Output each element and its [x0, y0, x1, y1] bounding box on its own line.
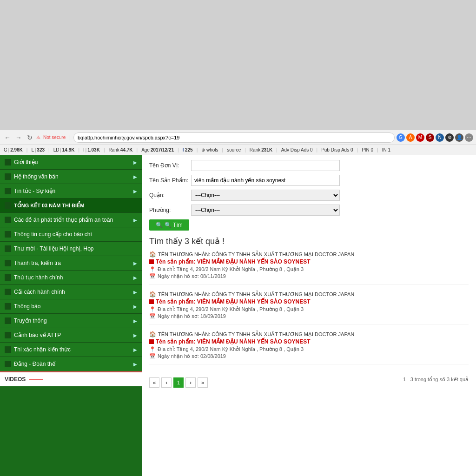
product-text: Tên sản phẩm: VIÊN MẦM ĐẬU NÀNH YẾN SÀO …	[156, 258, 310, 265]
date-3: 📅 Ngày nhận hồ sơ: 02/08/2019	[149, 353, 469, 359]
user-icon[interactable]: 👤	[455, 133, 463, 142]
sidebar-item-thong-tin[interactable]: Thông tin cung cấp cho báo chí	[0, 227, 142, 242]
chevron-right-icon: ▶	[133, 347, 137, 352]
toolbar-fb[interactable]: f 225	[182, 147, 194, 153]
toolbar-g[interactable]: G | 2.96K	[3, 147, 24, 153]
majestic-icon[interactable]: M	[416, 133, 424, 142]
don-vi-row: Tên Đơn Vị:	[149, 160, 469, 171]
last-page-button[interactable]: »	[198, 377, 208, 388]
alexa-icon[interactable]: A	[406, 133, 415, 142]
prev-page-button[interactable]: ‹	[161, 377, 172, 388]
ext2-icon[interactable]: N	[436, 133, 444, 142]
sidebar-label: Thông tin cung cấp cho báo chí	[14, 231, 137, 238]
toolbar-rank[interactable]: Rank 44.7K	[107, 147, 133, 153]
toolbar-bar: G | 2.96K | L | 323 | LD | 14.9K | I | 1…	[0, 145, 476, 155]
date-text: Ngày nhận hồ sơ: 08/11/2019	[158, 273, 226, 279]
calendar-icon: 📅	[149, 273, 156, 279]
sidebar-item-thu-moi[interactable]: Thư mời - Tài liệu Hội nghị, Họp	[0, 242, 142, 256]
phuong-label: Phường:	[149, 207, 191, 213]
sidebar-label: TỔNG KẾT 03 NĂM THÍ ĐIỂM	[14, 203, 137, 209]
calendar-icon: 📅	[149, 353, 156, 359]
don-vi-label: Tên Đơn Vị:	[149, 162, 191, 169]
merchant-text: TÊN THƯƠNG NHÂN: CÔNG TY TNHH SẢN XUẤT T…	[158, 331, 354, 337]
ext-icon[interactable]: S	[426, 133, 434, 142]
videos-label: VIDEOS	[5, 376, 26, 383]
sidebar: Giới thiệu ▶ Hệ thống văn bản ▶ Tin tức …	[0, 155, 142, 476]
chevron-right-icon: ▶	[133, 333, 137, 338]
toolbar-pub[interactable]: Pub Disp Ads 0	[320, 147, 354, 153]
sidebar-item-dang[interactable]: Đảng - Đoàn thể ▶	[0, 357, 142, 371]
menu-icon	[5, 173, 11, 180]
pagination-row: « ‹ 1 › » 1 - 3 trong tổng số 3 kết quả	[149, 371, 469, 388]
sidebar-item-tin-tuc[interactable]: Tin tức - Sự kiện ▶	[0, 184, 142, 198]
toolbar-in[interactable]: IN 1	[381, 147, 391, 153]
toolbar-ld[interactable]: LD | 14.9K	[53, 147, 76, 153]
sidebar-item-tong-ket[interactable]: TỔNG KẾT 03 NĂM THÍ ĐIỂM	[0, 198, 142, 213]
sidebar-label: Các đề án phát triển thực phẩm an toàn	[14, 217, 133, 223]
menu-icon	[5, 260, 11, 266]
first-page-button[interactable]: «	[149, 377, 159, 388]
toolbar-age[interactable]: Age 2017/12/21	[140, 147, 175, 153]
sidebar-item-thu-tuc[interactable]: Thủ tục hành chính ▶	[0, 271, 142, 285]
sidebar-item-truyen-thong[interactable]: Truyền thông ▶	[0, 314, 142, 328]
sidebar-item-cai-cach[interactable]: Cải cách hành chính ▶	[0, 285, 142, 299]
menu-icon	[5, 245, 11, 252]
chevron-right-icon: ▶	[133, 275, 137, 280]
phuong-select[interactable]: ---Chọn---	[191, 205, 340, 216]
refresh-button[interactable]: ↻	[25, 133, 34, 142]
address-3: 📍 Địa chỉ: Tầng 4, 290/2 Nam Kỳ Khởi Ngh…	[149, 346, 469, 352]
sidebar-item-thanh-tra[interactable]: Thanh tra, kiểm tra ▶	[0, 256, 142, 271]
settings-icon[interactable]: ⚙	[445, 133, 454, 142]
sidebar-item-canh-bao[interactable]: Cảnh báo về ATTP ▶	[0, 328, 142, 343]
toolbar-i[interactable]: I | 1.03K	[82, 147, 101, 153]
house-icon: 🏠	[149, 331, 156, 337]
location-icon: 📍	[149, 346, 156, 352]
address-text: Địa chỉ: Tầng 4, 290/2 Nam Kỳ Khởi Nghĩa…	[158, 306, 304, 312]
pagination: « ‹ 1 › »	[149, 377, 208, 388]
address-text: Địa chỉ: Tầng 4, 290/2 Nam Kỳ Khởi Nghĩa…	[158, 266, 304, 272]
sidebar-label: Thủ tục hành chính	[14, 274, 133, 281]
chevron-right-icon: ▶	[133, 261, 137, 266]
address-input[interactable]	[73, 132, 395, 143]
page-1-button[interactable]: 1	[173, 377, 184, 388]
not-secure-label: Not secure	[43, 135, 66, 140]
toolbar-source[interactable]: source	[226, 147, 242, 153]
sidebar-item-thong-bao[interactable]: Thông báo ▶	[0, 299, 142, 314]
date-2: 📅 Ngày nhận hồ sơ: 18/09/2019	[149, 313, 469, 319]
merchant-2: 🏠 TÊN THƯƠNG NHÂN: CÔNG TY TNHH SẢN XUẤT…	[149, 291, 469, 298]
videos-section: VIDEOS	[0, 371, 142, 386]
toolbar-rank2[interactable]: Rank 231K	[249, 147, 273, 153]
toolbar-whois[interactable]: ⊕ whols	[200, 147, 219, 153]
product-2: Tên sản phẩm: VIÊN MẦM ĐẬU NÀNH YẾN SÀO …	[149, 298, 469, 305]
more-icon[interactable]: ⋯	[465, 133, 473, 142]
house-icon: 🏠	[149, 251, 156, 258]
san-pham-input[interactable]	[191, 175, 340, 186]
toolbar-adv[interactable]: Adv Disp Ads 0	[280, 147, 314, 153]
forward-button[interactable]: →	[14, 133, 23, 142]
toolbar-l[interactable]: L | 323	[30, 147, 46, 153]
red-square-icon	[149, 259, 154, 264]
chevron-right-icon: ▶	[133, 174, 137, 179]
back-button[interactable]: ←	[3, 133, 12, 142]
quan-select[interactable]: ---Chọn---	[191, 190, 340, 201]
browser-icons: G A M S N ⚙ 👤 ⋯	[397, 133, 473, 142]
menu-icon	[5, 346, 11, 353]
merchant-3: 🏠 TÊN THƯƠNG NHÂN: CÔNG TY TNHH SẢN XUẤT…	[149, 331, 469, 337]
sidebar-label: Thanh tra, kiểm tra	[14, 260, 133, 266]
search-button[interactable]: 🔍 🔍 Tìm	[149, 219, 189, 231]
menu-icon	[5, 303, 11, 310]
product-text: Tên sản phẩm: VIÊN MẦM ĐẬU NÀNH YẾN SÀO …	[156, 298, 310, 305]
sidebar-item-he-thong[interactable]: Hệ thống văn bản ▶	[0, 170, 142, 184]
toolbar-pin[interactable]: PIN 0	[361, 147, 374, 153]
sidebar-item-gioi-thieu[interactable]: Giới thiệu ▶	[0, 155, 142, 170]
calendar-icon: 📅	[149, 313, 156, 319]
sidebar-item-thi-xac[interactable]: Thi xác nhận kiến thức ▶	[0, 343, 142, 357]
don-vi-input[interactable]	[191, 160, 340, 171]
google-icon[interactable]: G	[397, 133, 405, 142]
sidebar-item-de-an[interactable]: Các đề án phát triển thực phẩm an toàn ▶	[0, 213, 142, 227]
product-1: Tên sản phẩm: VIÊN MẦM ĐẬU NÀNH YẾN SÀO …	[149, 258, 469, 265]
chevron-right-icon: ▶	[133, 362, 137, 367]
date-text: Ngày nhận hồ sơ: 02/08/2019	[158, 353, 226, 359]
next-page-button[interactable]: ›	[185, 377, 196, 388]
quan-label: Quận:	[149, 192, 191, 198]
